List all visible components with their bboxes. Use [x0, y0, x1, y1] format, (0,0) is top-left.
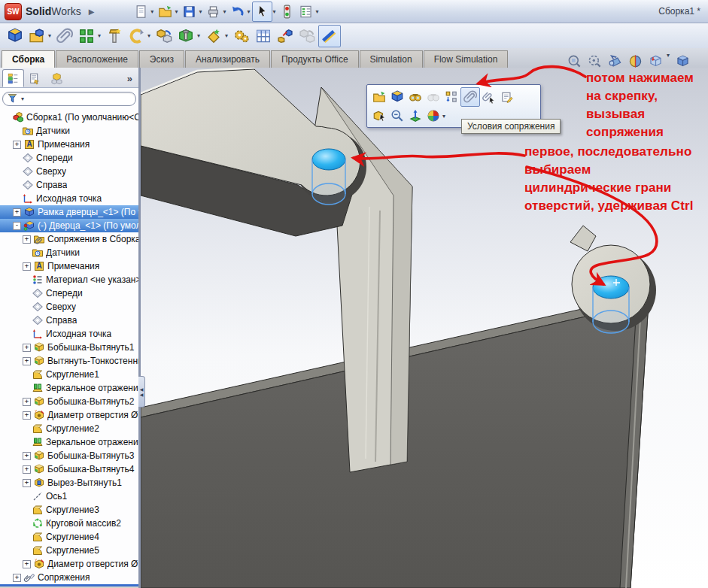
- display-style-icon[interactable]: [673, 52, 692, 71]
- component-pattern-icon[interactable]: [76, 26, 97, 47]
- tree-item[interactable]: +Рамка дверцы_<1> (По ум: [0, 205, 138, 219]
- tree-item[interactable]: Зеркальное отражение: [0, 435, 138, 449]
- mate-icon[interactable]: [460, 87, 480, 107]
- tree-item[interactable]: Сверху: [0, 165, 138, 178]
- undo-dropdown-icon[interactable]: ▾: [247, 8, 250, 15]
- tree-item[interactable]: Датчики: [0, 124, 138, 138]
- move-component-dropdown-icon[interactable]: ▾: [147, 32, 150, 39]
- section-view-icon[interactable]: [626, 52, 645, 71]
- tree-expander-icon[interactable]: +: [13, 141, 21, 149]
- bill-of-materials-icon[interactable]: [253, 26, 274, 47]
- insert-component-icon[interactable]: [388, 88, 406, 106]
- options-list-icon[interactable]: [296, 2, 315, 21]
- new-document-dropdown-icon[interactable]: ▾: [150, 8, 153, 15]
- mate-icon[interactable]: [54, 26, 75, 47]
- previous-view-icon[interactable]: [606, 52, 624, 71]
- assembly-features-icon[interactable]: [175, 26, 196, 47]
- tree-expander-icon[interactable]: +: [23, 398, 31, 406]
- tab-simulation[interactable]: Simulation: [360, 50, 423, 68]
- tree-item[interactable]: Круговой массив2: [0, 517, 138, 530]
- view-orientation-icon[interactable]: [646, 52, 665, 71]
- smart-mates-icon[interactable]: [480, 88, 498, 106]
- tree-expander-icon[interactable]: +: [23, 235, 31, 244]
- move-component-icon[interactable]: [126, 26, 147, 47]
- component-pattern-dropdown-icon[interactable]: ▾: [98, 32, 101, 39]
- zoom-to-area-icon[interactable]: [585, 52, 604, 71]
- tree-item[interactable]: Спереди: [0, 286, 138, 300]
- simulation-gears-icon[interactable]: [231, 26, 252, 47]
- tree-item[interactable]: Датчики: [0, 246, 138, 259]
- options-list-dropdown-icon[interactable]: ▾: [315, 8, 318, 15]
- tree-item[interactable]: +Диаметр отверстия Ø6: [0, 408, 138, 422]
- save-dropdown-icon[interactable]: ▾: [199, 8, 202, 15]
- tree-item[interactable]: Скругление3: [0, 503, 138, 517]
- tree-expander-icon[interactable]: +: [23, 479, 31, 487]
- tree-expander-icon[interactable]: -: [13, 222, 21, 230]
- measure-icon[interactable]: [318, 25, 341, 47]
- tree-expander-icon[interactable]: +: [23, 465, 31, 474]
- assembly-features-dropdown-icon[interactable]: ▾: [197, 32, 200, 39]
- comment-icon[interactable]: [498, 88, 516, 106]
- smart-fasteners-icon[interactable]: [104, 26, 125, 47]
- tree-expander-icon[interactable]: +: [23, 560, 31, 568]
- find-references-icon[interactable]: [406, 88, 424, 106]
- panel-expand-chevron[interactable]: »: [127, 73, 138, 87]
- print-dropdown-icon[interactable]: ▾: [223, 8, 226, 15]
- tree-item[interactable]: Скругление4: [0, 530, 138, 544]
- component-hierarchy-icon[interactable]: [442, 88, 460, 106]
- tree-item[interactable]: +Сопряжения в Сборка1: [0, 232, 138, 246]
- tree-item[interactable]: +AПримечания: [0, 138, 138, 151]
- tree-item[interactable]: Материал <не указан>: [0, 273, 138, 286]
- tree-expander-icon[interactable]: +: [23, 411, 31, 420]
- tab-анализировать[interactable]: Анализировать: [185, 50, 270, 68]
- tree-item[interactable]: +Бобышка-Вытянуть4: [0, 462, 138, 476]
- tree-item[interactable]: Спереди: [0, 151, 138, 165]
- tree-item[interactable]: +Бобышка-Вытянуть1: [0, 341, 138, 354]
- featuremanager-tab[interactable]: [2, 69, 24, 87]
- menu-flyout-arrow-icon[interactable]: ▶: [89, 8, 95, 16]
- reference-geometry-dropdown-icon[interactable]: ▾: [225, 32, 228, 39]
- tree-item[interactable]: +Сопряжения: [0, 571, 138, 584]
- solidworks-logo-icon[interactable]: SW: [5, 3, 22, 20]
- tree-item[interactable]: +Бобышка-Вытянуть2: [0, 395, 138, 408]
- select-icon[interactable]: [252, 2, 272, 22]
- zoom-to-fit-icon[interactable]: [565, 52, 584, 71]
- exploded-view-icon[interactable]: [275, 26, 296, 47]
- tab-эскиз[interactable]: Эскиз: [139, 50, 184, 68]
- tree-item[interactable]: Справа: [0, 314, 138, 327]
- insert-component-from-file-icon[interactable]: [26, 26, 47, 47]
- tree-expander-icon[interactable]: +: [23, 344, 31, 352]
- tree-item[interactable]: +Вытянуть-Тонкостенны: [0, 354, 138, 368]
- tab-flow-simulation[interactable]: Flow Simulation: [424, 50, 509, 68]
- reference-geometry-icon[interactable]: [203, 26, 224, 47]
- filter-dropdown-icon[interactable]: ▾: [21, 95, 24, 102]
- tab-продукты-office[interactable]: Продукты Office: [271, 50, 359, 68]
- print-icon[interactable]: [204, 2, 223, 21]
- tree-item[interactable]: +AПримечания: [0, 259, 138, 273]
- tree-item[interactable]: +Диаметр отверстия Ø10: [0, 557, 138, 571]
- tree-expander-icon[interactable]: +: [23, 262, 31, 271]
- tree-expander-icon[interactable]: +: [23, 357, 31, 365]
- open-icon[interactable]: [370, 88, 388, 106]
- tab-сборка[interactable]: Сборка: [2, 50, 55, 68]
- view-orientation-dropdown-icon[interactable]: ▾: [667, 52, 670, 71]
- tree-item[interactable]: Скругление5: [0, 544, 138, 557]
- insert-component-from-file-dropdown-icon[interactable]: ▾: [48, 32, 51, 39]
- configurationmanager-tab[interactable]: [46, 69, 68, 87]
- tree-item[interactable]: Сверху: [0, 300, 138, 314]
- select-dropdown-icon[interactable]: ▾: [272, 8, 275, 15]
- tree-expander-icon[interactable]: +: [13, 574, 21, 582]
- tree-expander-icon[interactable]: +: [23, 452, 31, 460]
- undo-icon[interactable]: [228, 2, 247, 21]
- appearances-dropdown-icon[interactable]: ▾: [442, 113, 445, 120]
- show-hidden-components-icon[interactable]: [153, 26, 175, 47]
- right-hole-face-selected[interactable]: [593, 276, 629, 299]
- tree-item[interactable]: Скругление2: [0, 422, 138, 435]
- tree-item[interactable]: Исходная точка: [0, 192, 138, 205]
- tree-expander-icon[interactable]: +: [13, 208, 21, 217]
- tree-item[interactable]: Исходная точка: [0, 327, 138, 341]
- move-with-triad-icon[interactable]: [406, 107, 424, 125]
- appearances-icon[interactable]: [424, 107, 442, 125]
- tree-item[interactable]: +Вырез-Вытянуть1: [0, 476, 138, 489]
- rebuild-traffic-light-icon[interactable]: [278, 2, 296, 21]
